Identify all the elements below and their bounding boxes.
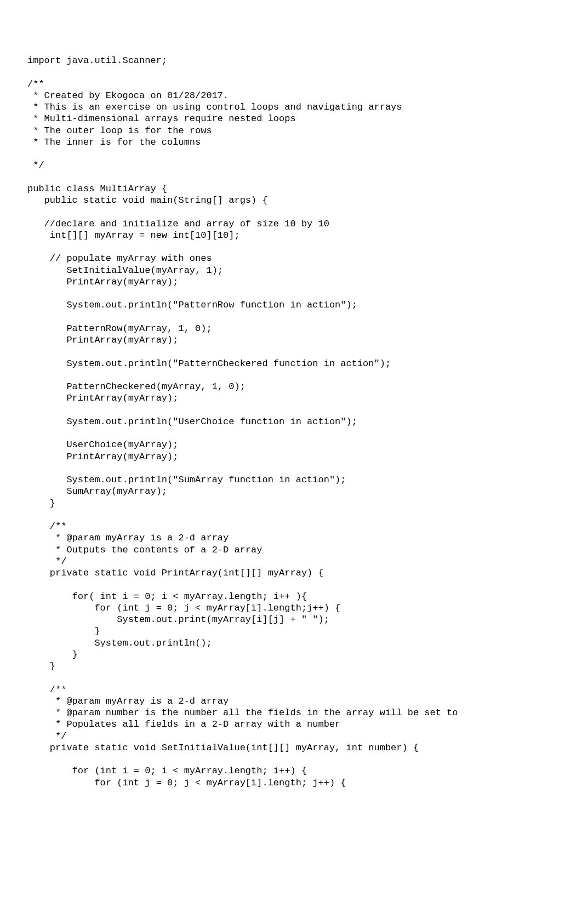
code-document: import java.util.Scanner; /** * Created … xyxy=(0,0,582,924)
code-block: import java.util.Scanner; /** * Created … xyxy=(27,55,555,789)
